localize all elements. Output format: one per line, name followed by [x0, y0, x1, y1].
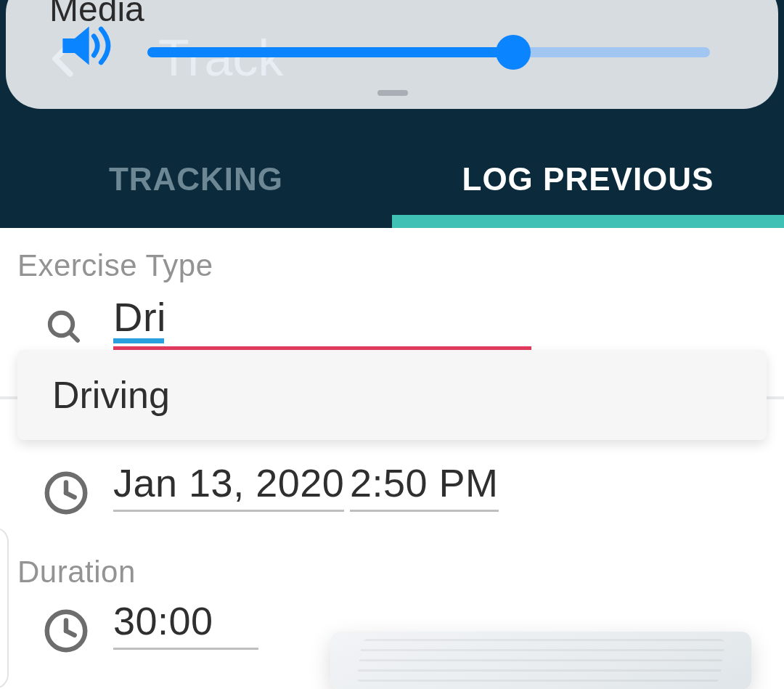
start-date-field[interactable]: Jan 13, 2020: [113, 460, 344, 512]
autocomplete-item-driving[interactable]: Driving: [52, 373, 732, 417]
autocomplete-dropdown: Driving: [17, 350, 767, 440]
tab-log-previous[interactable]: LOG PREVIOUS: [392, 131, 784, 228]
exercise-type-input[interactable]: Dri: [113, 293, 531, 345]
media-volume-panel: Media Track: [6, 0, 778, 109]
svg-line-2: [70, 333, 78, 341]
start-time-row: Jan 13, 2020 2:50 PM: [0, 460, 784, 540]
panel-drag-handle[interactable]: [377, 90, 408, 96]
svg-marker-0: [62, 27, 89, 65]
duration-field[interactable]: 30:00: [113, 598, 258, 650]
start-time-field[interactable]: 2:50 PM: [350, 460, 499, 512]
page-title: Track: [158, 29, 283, 87]
clock-icon: [41, 468, 91, 521]
search-icon: [45, 308, 84, 350]
volume-slider-fill: [147, 47, 513, 57]
duration-label: Duration: [17, 555, 136, 590]
floating-preview-card[interactable]: [330, 632, 751, 689]
tab-active-indicator: [392, 215, 784, 228]
content-area: Exercise Type Dri Driving Jan 13, 2020 2…: [0, 228, 784, 689]
volume-slider-thumb[interactable]: [496, 35, 531, 70]
clock-icon: [41, 606, 91, 659]
exercise-type-label: Exercise Type: [17, 248, 213, 283]
svg-line-8: [66, 631, 75, 635]
volume-icon: [57, 22, 119, 73]
tab-bar: TRACKING LOG PREVIOUS: [0, 131, 784, 228]
adjacent-panel-edge: [0, 527, 9, 689]
tab-tracking[interactable]: TRACKING: [0, 131, 392, 228]
text-selection-indicator: [113, 338, 164, 343]
svg-line-5: [66, 493, 75, 497]
